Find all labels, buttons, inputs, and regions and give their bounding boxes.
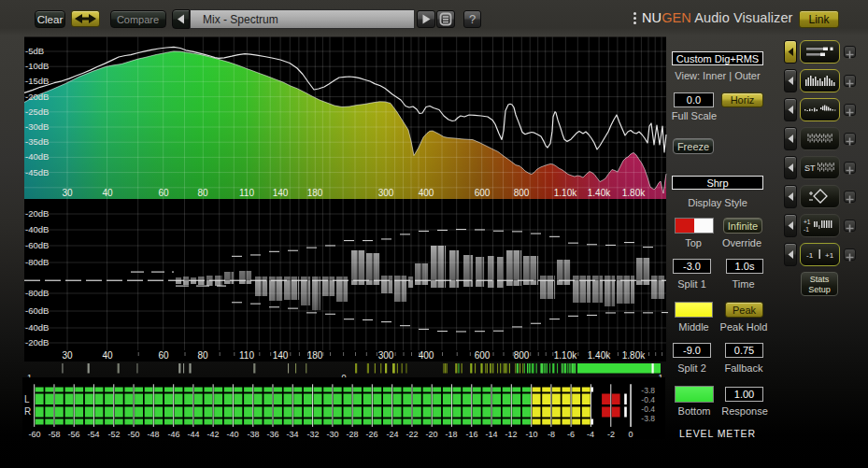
- svg-text:L: L: [24, 394, 30, 404]
- svg-text:-26: -26: [365, 430, 377, 439]
- svg-text:-4: -4: [587, 430, 594, 439]
- svg-text:ST: ST: [804, 163, 816, 173]
- svg-text:-12: -12: [505, 430, 517, 439]
- svg-text:-54: -54: [87, 430, 99, 439]
- svg-text:-10: -10: [525, 430, 537, 439]
- svg-text:-58: -58: [48, 430, 60, 439]
- svg-text:-24: -24: [386, 430, 398, 439]
- svg-text:-56: -56: [67, 430, 79, 439]
- svg-text:-18: -18: [445, 430, 457, 439]
- svg-text:-32: -32: [306, 430, 319, 439]
- svg-text:R: R: [24, 406, 31, 417]
- svg-text:-8: -8: [548, 430, 555, 439]
- svg-text:-60: -60: [28, 430, 40, 439]
- svg-text:-30: -30: [326, 430, 338, 439]
- svg-text:-0.4: -0.4: [641, 395, 655, 404]
- svg-text:-50: -50: [127, 430, 139, 439]
- svg-text:-46: -46: [167, 430, 179, 439]
- svg-text:-20: -20: [425, 430, 437, 439]
- svg-text:-28: -28: [346, 430, 358, 439]
- svg-text:-48: -48: [147, 430, 159, 439]
- svg-text:+1: +1: [825, 251, 834, 260]
- svg-text:-16: -16: [465, 430, 477, 439]
- svg-text:-22: -22: [406, 430, 418, 439]
- svg-text:-38: -38: [247, 430, 259, 439]
- svg-text:-40: -40: [226, 430, 238, 439]
- svg-text:-14: -14: [485, 430, 497, 439]
- svg-text:-1: -1: [804, 226, 809, 233]
- svg-text:-44: -44: [187, 430, 199, 439]
- svg-text:-3.8: -3.8: [641, 386, 655, 395]
- svg-text:+1: +1: [804, 219, 811, 225]
- svg-text:-1: -1: [806, 251, 814, 260]
- svg-text:-6: -6: [567, 430, 575, 439]
- svg-text:0: 0: [628, 430, 633, 439]
- svg-text:-36: -36: [266, 430, 278, 439]
- svg-text:-2: -2: [607, 430, 615, 439]
- svg-text:-42: -42: [206, 430, 219, 439]
- svg-text:-34: -34: [286, 430, 298, 439]
- svg-text:-52: -52: [107, 430, 120, 439]
- svg-text:-3.8: -3.8: [641, 414, 655, 423]
- svg-text:-0.4: -0.4: [641, 404, 655, 414]
